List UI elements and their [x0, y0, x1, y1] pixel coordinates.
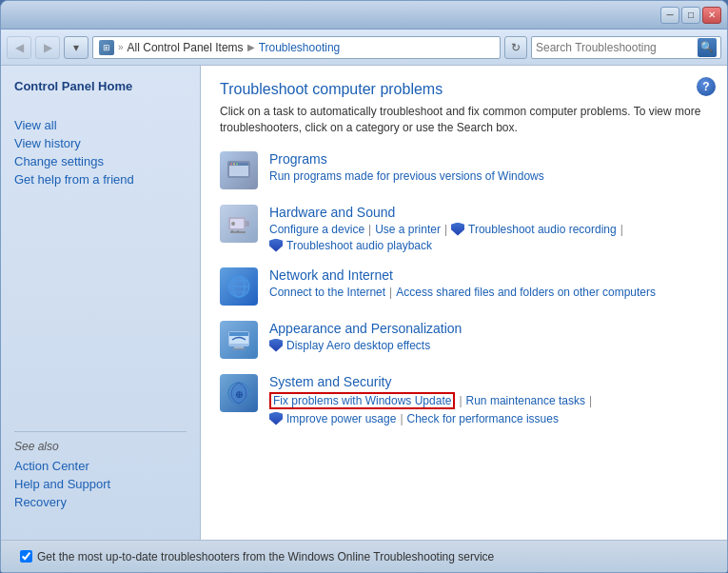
- bottom-bar: Get the most up-to-date troubleshooters …: [1, 540, 727, 572]
- online-troubleshooter-label: Get the most up-to-date troubleshooters …: [37, 550, 494, 563]
- svg-rect-8: [246, 221, 249, 227]
- display-aero-link[interactable]: Display Aero desktop effects: [286, 339, 430, 352]
- network-content: Network and Internet Connect to the Inte…: [269, 267, 708, 299]
- shield-icon-4: [269, 412, 283, 425]
- sidebar-item-view-all[interactable]: View all: [14, 116, 187, 134]
- sidebar-divider: [14, 431, 187, 432]
- online-troubleshooter-checkbox[interactable]: [20, 550, 32, 563]
- category-hardware: Hardware and Sound Configure a device | …: [220, 205, 708, 252]
- svg-point-4: [233, 163, 235, 165]
- page-description: Click on a task to automatically trouble…: [220, 104, 708, 136]
- troubleshoot-audio-recording-link[interactable]: Troubleshoot audio recording: [468, 223, 617, 236]
- sidebar-item-recovery[interactable]: Recovery: [14, 493, 187, 511]
- search-input[interactable]: [536, 41, 694, 54]
- sidebar-item-view-history[interactable]: View history: [14, 134, 187, 152]
- appearance-content: Appearance and Personalization Display A…: [269, 321, 708, 352]
- hardware-links: Configure a device | Use a printer | Tro…: [269, 223, 708, 236]
- svg-point-5: [236, 163, 238, 165]
- svg-point-9: [231, 222, 235, 226]
- dropdown-button[interactable]: ▾: [64, 36, 89, 59]
- sidebar-item-help-support[interactable]: Help and Support: [14, 475, 187, 493]
- back-button[interactable]: ◀: [7, 36, 31, 59]
- sep7: |: [400, 412, 403, 425]
- category-programs: Programs Run programs made for previous …: [220, 151, 708, 189]
- category-network: Network and Internet Connect to the Inte…: [220, 267, 708, 306]
- hardware-content: Hardware and Sound Configure a device | …: [269, 205, 708, 252]
- appearance-icon: [220, 321, 258, 359]
- address-bar: ◀ ▶ ▾ ⊞ » All Control Panel Items ▶ Trou…: [1, 30, 727, 66]
- title-bar: ─ □ ✕: [1, 1, 727, 30]
- improve-power-link[interactable]: Improve power usage: [286, 412, 396, 425]
- sidebar-see-also-section: See also Action Center Help and Support …: [1, 440, 200, 511]
- sidebar-item-get-help[interactable]: Get help from a friend: [14, 170, 187, 188]
- programs-icon: [220, 151, 258, 189]
- appearance-links: Display Aero desktop effects: [269, 339, 708, 352]
- sidebar: Control Panel Home View all View history…: [1, 66, 201, 540]
- svg-point-18: [228, 276, 249, 297]
- help-icon[interactable]: ?: [697, 77, 716, 96]
- security-links-2: Improve power usage | Check for performa…: [269, 412, 708, 425]
- programs-subtitle-link[interactable]: Run programs made for previous versions …: [269, 169, 544, 183]
- connect-internet-link[interactable]: Connect to the Internet: [269, 286, 385, 299]
- hardware-title[interactable]: Hardware and Sound: [269, 205, 708, 220]
- category-security: ⊕ System and Security Fix problems with …: [220, 374, 708, 425]
- hardware-icon: [220, 205, 258, 243]
- use-printer-link[interactable]: Use a printer: [375, 223, 441, 236]
- sidebar-home-title[interactable]: Control Panel Home: [14, 79, 187, 93]
- configure-device-link[interactable]: Configure a device: [269, 223, 364, 236]
- sep1: |: [368, 223, 371, 236]
- network-icon: [220, 267, 258, 306]
- svg-text:⊕: ⊕: [235, 389, 243, 400]
- hardware-links-2: Troubleshoot audio playback: [269, 239, 708, 252]
- access-shared-files-link[interactable]: Access shared files and folders on other…: [396, 286, 656, 299]
- programs-title[interactable]: Programs: [269, 151, 708, 167]
- security-title[interactable]: System and Security: [269, 374, 708, 389]
- sep4: |: [389, 286, 392, 299]
- sidebar-item-change-settings[interactable]: Change settings: [14, 152, 187, 170]
- path-current: Troubleshooting: [259, 41, 341, 54]
- sidebar-home-section: Control Panel Home: [1, 79, 200, 101]
- svg-rect-23: [234, 346, 244, 348]
- path-chevron-1: »: [118, 42, 124, 52]
- refresh-button[interactable]: ↻: [504, 36, 527, 59]
- sep2: |: [444, 223, 447, 236]
- security-icon: ⊕: [220, 374, 258, 412]
- maximize-button[interactable]: □: [681, 7, 700, 24]
- security-content: System and Security Fix problems with Wi…: [269, 374, 708, 425]
- fix-windows-update-link[interactable]: Fix problems with Windows Update: [269, 392, 455, 409]
- path-chevron-2: ▶: [247, 42, 255, 52]
- category-appearance: Appearance and Personalization Display A…: [220, 321, 708, 359]
- svg-rect-24: [232, 348, 246, 350]
- checkbox-area: Get the most up-to-date troubleshooters …: [20, 550, 494, 563]
- troubleshoot-audio-playback-link[interactable]: Troubleshoot audio playback: [286, 239, 432, 252]
- address-path[interactable]: ⊞ » All Control Panel Items ▶ Troublesho…: [92, 36, 501, 59]
- check-performance-link[interactable]: Check for performance issues: [407, 412, 559, 425]
- network-title[interactable]: Network and Internet: [269, 267, 708, 283]
- path-root[interactable]: All Control Panel Items: [128, 41, 244, 54]
- svg-rect-22: [229, 332, 248, 336]
- shield-icon-1: [451, 223, 464, 236]
- search-box[interactable]: 🔍: [531, 36, 721, 59]
- appearance-title[interactable]: Appearance and Personalization: [269, 321, 708, 336]
- network-links: Connect to the Internet | Access shared …: [269, 286, 708, 299]
- title-bar-buttons: ─ □ ✕: [660, 7, 721, 24]
- sep3: |: [620, 223, 623, 236]
- category-list: Programs Run programs made for previous …: [220, 151, 708, 425]
- content-area: ? Troubleshoot computer problems Click o…: [201, 66, 727, 540]
- path-icon: ⊞: [99, 40, 114, 55]
- search-button[interactable]: 🔍: [698, 38, 717, 57]
- programs-content: Programs Run programs made for previous …: [269, 151, 708, 183]
- see-also-label: See also: [14, 440, 187, 453]
- minimize-button[interactable]: ─: [660, 7, 679, 24]
- shield-icon-2: [269, 239, 283, 252]
- security-links-1: Fix problems with Windows Update | Run m…: [269, 392, 708, 409]
- run-maintenance-link[interactable]: Run maintenance tasks: [466, 394, 585, 407]
- sep6: |: [589, 394, 592, 407]
- main-area: Control Panel Home View all View history…: [1, 66, 727, 540]
- main-window: ─ □ ✕ ◀ ▶ ▾ ⊞ » All Control Panel Items …: [0, 0, 728, 573]
- shield-icon-3: [269, 339, 283, 352]
- close-button[interactable]: ✕: [702, 7, 721, 24]
- forward-button[interactable]: ▶: [35, 36, 60, 59]
- page-title: Troubleshoot computer problems: [220, 81, 708, 98]
- sidebar-item-action-center[interactable]: Action Center: [14, 457, 187, 475]
